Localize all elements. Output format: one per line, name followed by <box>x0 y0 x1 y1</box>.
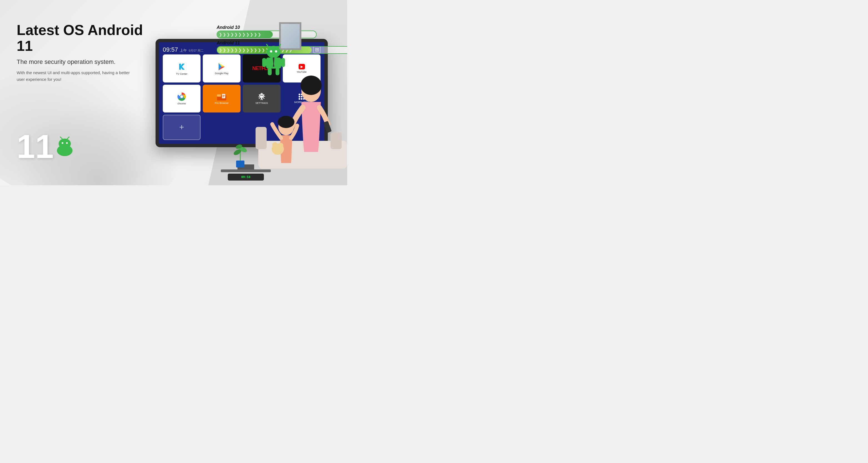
plant-decoration <box>232 140 249 168</box>
app-tile-file-browser[interactable]: File Browser <box>203 85 241 112</box>
android10-bar-fill: ❯❯❯❯❯❯❯❯❯❯❯ <box>217 31 273 38</box>
svg-point-3 <box>66 142 68 144</box>
app-tile-add[interactable]: + <box>163 115 200 140</box>
main-title: Latest OS Android 11 <box>17 22 161 54</box>
tv-time-suffix: 上午 <box>180 48 187 53</box>
google-play-icon <box>217 62 226 71</box>
svg-point-41 <box>278 116 294 128</box>
tv-clock: 09:57 <box>163 46 178 53</box>
add-icon: + <box>179 122 184 132</box>
app-tile-google-play[interactable]: Google Play <box>203 55 241 83</box>
svg-point-1 <box>59 138 71 149</box>
app-label-file-browser: File Browser <box>215 102 228 104</box>
app-label-google-play: Google Play <box>215 72 228 75</box>
kodi-icon <box>177 62 186 71</box>
svg-point-38 <box>301 75 322 95</box>
people-section <box>250 47 347 185</box>
android10-bar-track: ❯❯❯❯❯❯❯❯❯❯❯ <box>217 31 317 38</box>
left-content-area: Latest OS Android 11 The more security o… <box>17 22 161 83</box>
svg-rect-36 <box>331 132 342 149</box>
chrome-icon <box>177 92 186 101</box>
svg-rect-45 <box>236 160 244 167</box>
people-svg <box>250 47 347 185</box>
app-label-chrome: chrome <box>178 102 186 105</box>
svg-rect-39 <box>323 121 332 133</box>
svg-rect-18 <box>222 95 225 96</box>
app-tile-chrome[interactable]: chrome <box>163 85 200 112</box>
svg-rect-16 <box>217 94 221 97</box>
svg-point-14 <box>180 95 183 98</box>
svg-rect-35 <box>255 127 267 149</box>
svg-line-5 <box>67 137 69 139</box>
file-browser-icon <box>217 93 226 100</box>
set-top-box-display: 09:58 <box>241 175 250 179</box>
version-number: 11 <box>17 130 54 163</box>
svg-point-43 <box>272 142 278 148</box>
svg-point-44 <box>278 143 283 148</box>
svg-point-2 <box>62 142 63 144</box>
android-version-display: 11 <box>17 130 76 163</box>
plant-svg <box>232 140 249 167</box>
svg-rect-20 <box>222 97 224 97</box>
subtitle: The more security operation system. <box>17 58 161 66</box>
app-label-tv-center: TV Center <box>176 72 187 75</box>
description: With the newest UI and multi-apps suppor… <box>17 69 133 83</box>
svg-rect-19 <box>222 96 225 96</box>
android10-arrows: ❯❯❯❯❯❯❯❯❯❯❯ <box>219 32 262 37</box>
tv-date: 9月07 周二 <box>189 49 204 53</box>
svg-line-4 <box>60 137 62 139</box>
android-logo-icon <box>54 135 76 157</box>
app-tile-tv-center[interactable]: TV Center <box>163 55 200 83</box>
